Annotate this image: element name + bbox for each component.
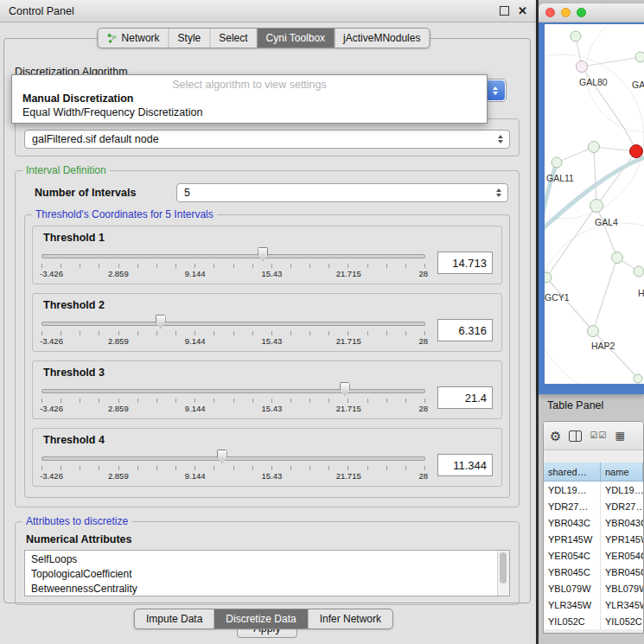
table-cell[interactable]: YIL052C <box>601 613 643 629</box>
control-panel-titlebar[interactable]: Control Panel ✕ <box>0 0 536 22</box>
tab-impute-data[interactable]: Impute Data <box>135 609 214 628</box>
zoom-traffic-button[interactable] <box>577 8 586 17</box>
threshold-1-slider[interactable]: -3.426 2.859 9.144 15.43 21.715 28 <box>41 245 425 280</box>
table-cell[interactable]: YDR27… <box>544 498 601 514</box>
network-node[interactable] <box>589 142 600 153</box>
close-icon[interactable]: ✕ <box>518 5 527 16</box>
tab-discretize-data[interactable]: Discretize Data <box>214 609 308 628</box>
scale-label: 21.715 <box>336 336 361 346</box>
table-cell[interactable]: YBR045C <box>544 564 601 580</box>
number-of-intervals-combobox[interactable]: 5 <box>176 183 508 202</box>
combobox-stepper-cap[interactable] <box>486 80 505 100</box>
table-cell[interactable]: YPR145W <box>601 531 643 547</box>
network-node-hap2[interactable] <box>588 326 599 337</box>
threshold-3-value-field[interactable]: 21.4 <box>437 386 493 409</box>
attribute-item[interactable]: SelfLoops <box>31 552 495 567</box>
scale-label: -3.426 <box>40 471 63 481</box>
threshold-3-slider-handle[interactable] <box>340 382 350 396</box>
network-node[interactable] <box>635 52 644 62</box>
table-cell[interactable]: YLR345W <box>544 596 601 613</box>
threshold-4-value-field[interactable]: 11.344 <box>437 454 493 476</box>
algorithm-option-equal-width[interactable]: Equal Width/Frequency Discretization <box>12 105 487 119</box>
threshold-1-slider-handle[interactable] <box>258 247 268 261</box>
gear-icon[interactable]: ⚙ <box>550 430 561 443</box>
threshold-4-slider[interactable]: -3.426 2.859 9.144 15.43 21.715 28 <box>41 448 425 482</box>
threshold-1-value-field[interactable]: 14.713 <box>437 252 493 274</box>
table-row[interactable]: YLR345W YLR345W <box>544 596 643 613</box>
table-data-combobox[interactable]: galFiltered.sif default node <box>24 130 510 149</box>
table-cell[interactable]: YLR345W <box>601 596 643 613</box>
network-node[interactable] <box>612 252 623 264</box>
network-node[interactable] <box>571 31 581 41</box>
table-row[interactable]: YER054C YER054C <box>544 547 643 564</box>
slider-ticks <box>41 466 425 470</box>
network-node-selected[interactable] <box>630 145 643 158</box>
network-window-titlebar[interactable] <box>539 3 644 22</box>
network-node-gal4[interactable] <box>590 200 603 213</box>
network-node-gal80[interactable] <box>577 61 588 73</box>
threshold-2-slider[interactable]: -3.426 2.859 9.144 15.43 21.715 28 <box>41 313 425 348</box>
column-header-shared-name[interactable]: shared… <box>544 462 601 481</box>
scale-label: 15.43 <box>262 269 283 278</box>
table-row[interactable]: YBL079W YBL079W <box>544 580 643 596</box>
network-node[interactable] <box>634 374 642 383</box>
cyni-toolbox-panel: Discretization Algorithm Select algorith… <box>3 38 531 603</box>
table-cell[interactable]: YDL19… <box>544 481 601 498</box>
table-row[interactable]: YDL19… YDL19… <box>544 481 643 498</box>
table-grid-icon[interactable]: ▦ <box>615 430 624 441</box>
table-cell[interactable]: YBR043C <box>544 514 601 531</box>
table-row[interactable]: YPR145W YPR145W <box>544 531 643 547</box>
tab-infer-network[interactable]: Infer Network <box>309 609 392 628</box>
table-cell[interactable]: YBL079W <box>601 580 643 596</box>
table-row[interactable]: YBR045C YBR045C <box>544 564 643 580</box>
scrollbar-thumb[interactable] <box>500 552 507 583</box>
attribute-item[interactable]: BetweennessCentrality <box>31 582 495 596</box>
tab-network[interactable]: Network <box>99 29 169 48</box>
table-cell[interactable]: YBR043C <box>601 514 643 531</box>
attributes-group: Attributes to discretize Numerical Attri… <box>15 521 520 605</box>
table-row[interactable]: YDR27… YDR27… <box>544 498 643 514</box>
split-pane-icon[interactable] <box>569 430 582 442</box>
threshold-4-slider-handle[interactable] <box>217 450 227 463</box>
toolbar-gap <box>544 450 643 462</box>
table-cell[interactable]: YBR045C <box>601 564 643 580</box>
table-cell[interactable]: YPR145W <box>544 531 601 547</box>
list-scrollbar[interactable] <box>497 551 509 596</box>
table-cell[interactable]: YDL19… <box>601 481 643 498</box>
algorithm-option-manual[interactable]: Manual Discretization <box>12 92 487 105</box>
network-canvas[interactable]: GAL80 GA GAL11 GAL4 GCY1 H HAP2 <box>539 22 644 394</box>
slider-track[interactable] <box>41 322 425 326</box>
network-node[interactable] <box>634 266 644 277</box>
table-cell[interactable]: YER054C <box>544 547 601 564</box>
close-traffic-button[interactable] <box>545 8 555 17</box>
scale-label: 2.859 <box>108 404 129 413</box>
control-panel-window: Control Panel ✕ Network Style <box>0 0 536 644</box>
threshold-2-value-field[interactable]: 6.316 <box>437 319 493 341</box>
table-cell[interactable]: YDR27… <box>601 498 643 514</box>
table-row[interactable]: YBR043C YBR043C <box>544 514 643 531</box>
network-node-gcy1[interactable] <box>545 272 552 283</box>
threshold-3-box: Threshold 3 -3.426 2.859 9.144 <box>32 360 502 419</box>
network-node-gal11[interactable] <box>552 157 562 168</box>
scale-label: 2.859 <box>108 336 129 346</box>
column-header-name[interactable]: name <box>601 462 643 481</box>
thresholds-group: Threshold's Coordinates for 5 Intervals … <box>24 214 510 498</box>
slider-track[interactable] <box>41 254 425 258</box>
slider-track[interactable] <box>41 389 425 393</box>
table-cell[interactable]: YBL079W <box>544 580 601 596</box>
tab-jactivemnodules[interactable]: jActiveMNodules <box>335 29 429 48</box>
slider-track[interactable] <box>41 456 425 461</box>
table-row[interactable]: YIL052C YIL052C <box>544 613 643 629</box>
threshold-2-slider-handle[interactable] <box>156 315 166 328</box>
float-window-icon[interactable] <box>500 6 509 16</box>
table-cell[interactable]: YER054C <box>601 547 643 564</box>
attribute-item[interactable]: TopologicalCoefficient <box>31 567 495 582</box>
tab-cyni-toolbox[interactable]: Cyni Toolbox <box>258 29 335 48</box>
numerical-attributes-list[interactable]: SelfLoops TopologicalCoefficient Between… <box>24 550 510 596</box>
threshold-3-slider[interactable]: -3.426 2.859 9.144 15.43 21.715 28 <box>41 380 425 415</box>
table-cell[interactable]: YIL052C <box>544 613 601 629</box>
select-columns-icon[interactable]: ☑☑ <box>590 431 607 440</box>
tab-select[interactable]: Select <box>210 29 257 48</box>
tab-style[interactable]: Style <box>169 29 211 48</box>
minimize-traffic-button[interactable] <box>561 8 571 17</box>
